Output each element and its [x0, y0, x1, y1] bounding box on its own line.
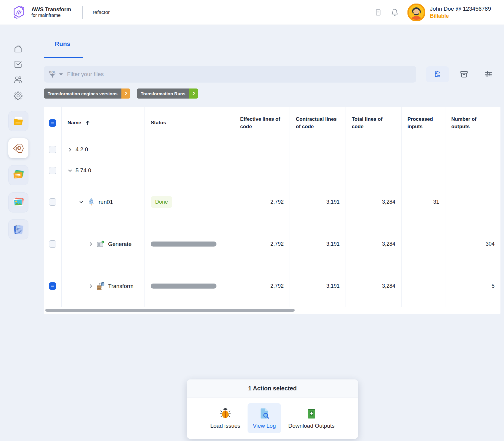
total-loc-value: 3,284: [346, 265, 402, 307]
avatar[interactable]: [407, 4, 425, 21]
contractual-loc-value: 3,191: [290, 223, 346, 265]
settings-gear-icon[interactable]: [14, 91, 23, 100]
version-name: 5.74.0: [76, 167, 91, 174]
chip-count-badge: 2: [189, 88, 198, 99]
images-icon: [12, 196, 25, 209]
total-loc-value: 3,284: [346, 181, 402, 223]
download-outputs-icon: [305, 407, 318, 420]
billing-doc-icon: $: [12, 223, 25, 236]
effective-loc-value: 2,792: [234, 223, 290, 265]
notifications-bell-icon[interactable]: [391, 9, 399, 16]
effective-loc-value: 2,792: [234, 181, 290, 223]
table-header-row: Name Status Effective lines of code Cont…: [44, 107, 500, 139]
step-name: Generate: [108, 241, 131, 247]
view-log-icon: [258, 407, 271, 420]
transform-step-icon: [96, 282, 105, 291]
view-log-label: View Log: [253, 423, 276, 429]
row-checkbox[interactable]: [49, 146, 56, 153]
view-log-button[interactable]: View Log: [248, 403, 281, 433]
collapse-chevron-down-icon[interactable]: [68, 168, 73, 173]
contractual-loc-value: 3,191: [290, 181, 346, 223]
outputs-value: [445, 181, 500, 223]
home-icon[interactable]: [14, 44, 23, 53]
download-outputs-label: Download Outputs: [288, 423, 334, 429]
horizontal-scrollbar: [44, 307, 500, 314]
expand-chevron-right-icon[interactable]: [68, 147, 73, 152]
expand-chevron-right-icon[interactable]: [88, 284, 93, 289]
progress-bar: [151, 242, 216, 247]
row-checkbox[interactable]: [49, 282, 56, 290]
bql-funnel-icon: BQL: [49, 71, 56, 78]
engine-versions-tile[interactable]: [8, 138, 28, 158]
bql-label: BQL: [49, 71, 56, 74]
users-icon[interactable]: [14, 75, 23, 84]
brand-divider: [82, 6, 83, 19]
col-total-loc[interactable]: Total lines of code: [346, 107, 402, 139]
outputs-value: 5: [445, 265, 500, 307]
table-row-transform: Transform 2,792 3,191 3,284 5: [44, 265, 500, 307]
filter-input[interactable]: BQL Filter your files: [44, 66, 416, 83]
horizontal-scrollbar-thumb[interactable]: [45, 309, 295, 312]
brand-text: AWS Transform for mainframe: [31, 7, 71, 18]
brand-subtitle: for mainframe: [31, 13, 71, 18]
images-tile[interactable]: [8, 192, 28, 213]
load-issues-button[interactable]: Load issues: [205, 403, 245, 433]
step-name: Transform: [108, 283, 134, 289]
col-status[interactable]: Status: [145, 107, 234, 139]
tasks-icon[interactable]: [14, 60, 23, 69]
contractual-loc-value: 3,191: [290, 265, 346, 307]
chip-count-badge: 2: [121, 88, 130, 99]
app-name: refactor: [93, 9, 110, 15]
table-row-run01: run01 Done 2,792 3,191 3,284 31: [44, 181, 500, 223]
run-name: run01: [99, 199, 113, 205]
effective-loc-value: 2,792: [234, 265, 290, 307]
topbar: AWS Transform for mainframe refactor: [0, 0, 504, 25]
col-number-outputs[interactable]: Number of outputs: [445, 107, 500, 139]
projects-folder-tile[interactable]: [8, 111, 28, 131]
topbar-actions: John Doe @ 123456789 Billable: [374, 4, 491, 21]
archive-button[interactable]: [455, 66, 473, 82]
processed-inputs-value: [402, 265, 445, 307]
chip-label: Transformation Runs: [137, 88, 189, 99]
download-outputs-button[interactable]: Download Outputs: [283, 403, 340, 433]
col-name[interactable]: Name: [62, 107, 145, 139]
documentation-icon[interactable]: [374, 9, 382, 16]
tree-view-icon: [434, 70, 442, 78]
outputs-value: 304: [445, 223, 500, 265]
col-effective-loc[interactable]: Effective lines of code: [234, 107, 290, 139]
brand-title: AWS Transform: [31, 7, 71, 13]
brand: AWS Transform for mainframe refactor: [11, 5, 110, 20]
tree-view-button[interactable]: [426, 66, 449, 82]
row-checkbox[interactable]: [49, 198, 56, 206]
user-info: John Doe @ 123456789 Billable: [430, 5, 491, 20]
row-checkbox[interactable]: [49, 167, 56, 174]
user-name: John Doe @ 123456789: [430, 5, 491, 13]
total-loc-value: 3,284: [346, 223, 402, 265]
sort-ascending-icon[interactable]: [85, 120, 90, 125]
filter-settings-button[interactable]: [480, 66, 497, 82]
col-contractual-loc[interactable]: Contractual lines of code: [290, 107, 346, 139]
tab-runs[interactable]: Runs: [55, 40, 70, 47]
tabbar-border: [44, 58, 500, 58]
version-name: 4.2.0: [76, 146, 88, 153]
aws-transform-logo-icon: [11, 5, 27, 20]
cards-stack-tile[interactable]: [8, 165, 28, 185]
user-cluster[interactable]: John Doe @ 123456789 Billable: [407, 4, 491, 21]
filter-placeholder: Filter your files: [67, 71, 104, 78]
table-row-version-5740: 5.74.0: [44, 160, 500, 181]
chip-engines-versions[interactable]: Transformation engines versions 2: [44, 88, 130, 99]
collapse-chevron-down-icon[interactable]: [79, 199, 84, 205]
processed-inputs-value: 31: [402, 181, 445, 223]
col-processed-inputs[interactable]: Processed inputs: [402, 107, 445, 139]
dropdown-caret-icon[interactable]: [59, 73, 63, 76]
sidebar: $: [0, 25, 38, 441]
billing-doc-tile[interactable]: $: [8, 219, 28, 239]
chip-transformation-runs[interactable]: Transformation Runs 2: [137, 88, 198, 99]
row-checkbox[interactable]: [49, 240, 56, 248]
select-all-checkbox[interactable]: [49, 119, 56, 127]
action-panel-actions: Load issues View Log: [187, 397, 358, 439]
expand-chevron-right-icon[interactable]: [88, 242, 93, 247]
progress-bar: [151, 284, 216, 289]
engine-versions-icon: [12, 141, 25, 155]
table-row-version-420: 4.2.0: [44, 139, 500, 160]
